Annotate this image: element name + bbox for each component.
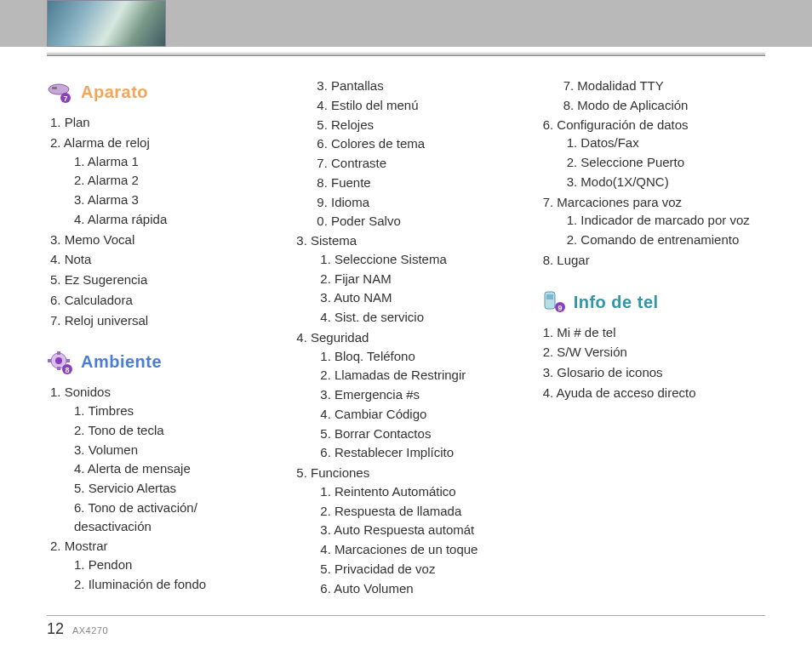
list-item: 2. Llamadas de Restringir — [320, 366, 518, 385]
footer: 12 AX4270 — [47, 620, 108, 638]
section-head-ambiente: 8 Ambiente — [47, 350, 272, 374]
sublist: 1. Reintento Automático2. Respuesta de l… — [296, 482, 518, 598]
sublist: 1. Timbres2. Tono de tecla3. Volumen4. A… — [50, 402, 272, 535]
list-item: 5. Privacidad de voz — [320, 560, 518, 579]
svg-rect-7 — [57, 367, 60, 370]
list-item: 5. Relojes — [317, 116, 518, 134]
content-area: 7 Aparato 1. Plan2. Alarma de reloj1. Al… — [47, 77, 765, 603]
list-item: 1. Sonidos1. Timbres2. Tono de tecla3. V… — [47, 383, 272, 535]
list-item: 3. Emergencia #s — [320, 385, 518, 404]
ambiente-list-col3: 6. Configuración de datos1. Datos/Fax2. … — [540, 116, 765, 270]
list-item: 7. Marcaciones para voz1. Indicador de m… — [540, 193, 765, 249]
svg-rect-9 — [66, 359, 70, 362]
svg-rect-1 — [52, 87, 57, 89]
list-item: 2. Seleccione Puerto — [567, 153, 765, 172]
svg-rect-8 — [48, 359, 51, 362]
section-title-ambiente: Ambiente — [81, 350, 162, 374]
ambiente-list-col2: 3. Sistema1. Seleccione Sistema2. Fijar … — [293, 231, 518, 597]
list-item: 5. Ez Sugerencia — [47, 271, 272, 289]
funciones-continued: 7. Modalidad TTY8. Modo de Aplicación — [540, 77, 765, 115]
list-item: 2. Respuesta de llamada — [320, 502, 518, 521]
list-item: 7. Modalidad TTY — [563, 77, 765, 95]
list-item: 1. Datos/Fax — [567, 134, 765, 152]
list-item: 4. Cambiar Código — [320, 405, 518, 424]
list-item: 1. Pendon — [74, 556, 272, 574]
sublist: 1. Seleccione Sistema2. Fijar NAM3. Auto… — [296, 250, 518, 327]
section-title-info: Info de tel — [574, 290, 659, 315]
list-item: 6. Configuración de datos1. Datos/Fax2. … — [540, 116, 765, 191]
list-item: 7. Contraste — [317, 154, 518, 173]
sublist: 1. Alarma 12. Alarma 23. Alarma 34. Alar… — [50, 152, 272, 229]
list-item: 7. Reloj universal — [47, 311, 272, 330]
list-item: 3. Volumen — [74, 441, 272, 459]
list-item: 2. Tono de tecla — [74, 421, 272, 440]
list-item: 4. Alarma rápida — [74, 210, 272, 229]
list-item: 4. Marcaciones de un toque — [320, 540, 518, 559]
list-item: 6. Calculadora — [47, 291, 272, 310]
svg-text:8: 8 — [65, 366, 69, 374]
list-item: 6. Tono de activación/ desactivación — [74, 499, 272, 536]
list-item: 3. Memo Vocal — [47, 231, 272, 249]
list-item: 1. Reintento Automático — [320, 482, 518, 501]
header-rule — [47, 53, 765, 56]
list-item: 3. Pantallas — [317, 77, 518, 95]
list-item: 6. Restablecer Implícito — [320, 443, 518, 462]
mostrar-continued: 3. Pantallas4. Estilo del menú5. Relojes… — [293, 77, 518, 231]
top-bar — [0, 0, 812, 47]
gear-icon: 8 — [47, 351, 74, 374]
list-item: 1. Seleccione Sistema — [320, 250, 518, 269]
list-item: 8. Lugar — [540, 251, 765, 270]
list-item: 4. Alerta de mensaje — [74, 459, 272, 478]
sublist: 1. Bloq. Teléfono2. Llamadas de Restring… — [296, 347, 518, 463]
list-item: 1. Plan — [47, 113, 272, 132]
list-item: 6. Auto Volumen — [320, 579, 518, 598]
page-number: 12 — [47, 620, 64, 637]
aparato-list: 1. Plan2. Alarma de reloj1. Alarma 12. A… — [47, 113, 272, 329]
list-item: 5. Borrar Contactos — [320, 425, 518, 443]
list-item: 2. Iluminación de fondo — [74, 575, 272, 594]
column-1: 7 Aparato 1. Plan2. Alarma de reloj1. Al… — [47, 77, 272, 603]
phone-info-icon: 9 — [540, 290, 567, 314]
svg-rect-6 — [57, 351, 60, 355]
list-item: 2. Fijar NAM — [320, 270, 518, 288]
list-item: 1. Alarma 1 — [74, 152, 272, 171]
column-3: 7. Modalidad TTY8. Modo de Aplicación 6.… — [540, 77, 765, 603]
section-head-aparato: 7 Aparato — [47, 80, 272, 105]
svg-point-5 — [55, 357, 62, 364]
tools-icon: 7 — [47, 81, 74, 105]
ambiente-list-col1: 1. Sonidos1. Timbres2. Tono de tecla3. V… — [47, 383, 272, 593]
footer-rule — [47, 615, 765, 616]
list-item: 1. Mi # de tel — [540, 323, 765, 342]
list-item: 2. Comando de entrenamiento — [567, 231, 765, 249]
list-item: 4. Nota — [47, 250, 272, 269]
model-label: AX4270 — [72, 625, 108, 636]
list-item: 2. S/W Versión — [540, 343, 765, 362]
list-item: 1. Indicador de marcado por voz — [567, 211, 765, 230]
header-photo — [47, 0, 166, 47]
list-item: 5. Servicio Alertas — [74, 479, 272, 498]
list-item: 9. Idioma — [317, 193, 518, 212]
sublist: 1. Pendon2. Iluminación de fondo — [50, 556, 272, 594]
svg-rect-13 — [546, 294, 553, 299]
section-head-info: 9 Info de tel — [540, 290, 765, 315]
list-item: 1. Bloq. Teléfono — [320, 347, 518, 366]
list-item: 2. Alarma de reloj1. Alarma 12. Alarma 2… — [47, 134, 272, 229]
list-item: 4. Estilo del menú — [317, 96, 518, 115]
list-item: 3. Auto Respuesta automát — [320, 521, 518, 539]
info-list: 1. Mi # de tel2. S/W Versión3. Glosario … — [540, 323, 765, 402]
svg-text:9: 9 — [558, 304, 562, 312]
list-item: 8. Fuente — [317, 174, 518, 192]
list-item: 1. Timbres — [74, 402, 272, 420]
list-item: 3. Sistema1. Seleccione Sistema2. Fijar … — [293, 231, 518, 327]
section-title-aparato: Aparato — [81, 80, 148, 105]
list-item: 0. Poder Salvo — [317, 212, 518, 231]
list-item: 4. Ayuda de acceso directo — [540, 384, 765, 402]
list-item: 4. Sist. de servicio — [320, 308, 518, 327]
list-item: 3. Alarma 3 — [74, 191, 272, 209]
list-item: 8. Modo de Aplicación — [563, 96, 765, 115]
svg-text:7: 7 — [63, 94, 67, 103]
column-2: 3. Pantallas4. Estilo del menú5. Relojes… — [293, 77, 518, 603]
list-item: 5. Funciones1. Reintento Automático2. Re… — [293, 464, 518, 597]
sublist: 1. Datos/Fax2. Seleccione Puerto3. Modo(… — [543, 134, 765, 191]
list-item: 2. Alarma 2 — [74, 171, 272, 190]
